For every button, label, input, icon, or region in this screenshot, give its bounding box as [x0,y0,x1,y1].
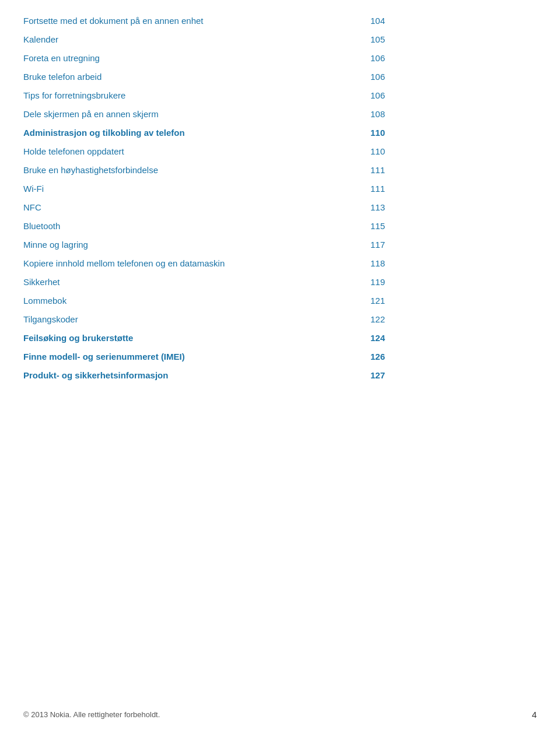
toc-entry-text: Dele skjermen på en annen skjerm [23,107,362,121]
toc-entry-page: 115 [362,219,385,233]
footer-page-number: 4 [532,710,537,720]
toc-entry-text: Sikkerhet [23,275,362,289]
toc-entry[interactable]: Bruke telefon arbeid106 [23,68,385,86]
toc-entry-page: 105 [362,33,385,47]
toc-entry-page: 113 [362,201,385,215]
toc-entry[interactable]: Produkt- og sikkerhetsinformasjon127 [23,366,385,385]
toc-list: Fortsette med et dokument på en annen en… [23,12,385,385]
toc-entry[interactable]: Bluetooth115 [23,217,385,236]
toc-entry-page: 110 [362,145,385,159]
toc-entry[interactable]: Feilsøking og brukerstøtte124 [23,329,385,348]
toc-entry[interactable]: Wi-Fi111 [23,180,385,198]
footer-copyright: © 2013 Nokia. Alle rettigheter forbehold… [23,710,160,719]
toc-entry[interactable]: Tilgangskoder122 [23,310,385,329]
toc-entry-page: 117 [362,238,385,252]
toc-entry-page: 124 [362,331,385,345]
toc-entry[interactable]: Kalender105 [23,30,385,49]
toc-entry-text: Produkt- og sikkerhetsinformasjon [23,368,362,382]
toc-entry-text: Finne modell- og serienummeret (IMEI) [23,350,362,364]
toc-entry-page: 106 [362,89,385,103]
toc-entry-page: 122 [362,313,385,327]
toc-entry[interactable]: Lommebok121 [23,292,385,310]
toc-entry-text: Feilsøking og brukerstøtte [23,331,362,345]
toc-entry[interactable]: Administrasjon og tilkobling av telefon1… [23,124,385,142]
toc-entry[interactable]: Sikkerhet119 [23,273,385,292]
toc-entry-text: Tilgangskoder [23,313,362,327]
toc-entry-text: Wi-Fi [23,182,362,196]
toc-entry-text: Foreta en utregning [23,51,362,65]
toc-entry-page: 108 [362,107,385,121]
toc-entry[interactable]: Finne modell- og serienummeret (IMEI)126 [23,348,385,366]
toc-entry-text: Tips for forretningsbrukere [23,89,362,103]
footer: © 2013 Nokia. Alle rettigheter forbehold… [23,710,537,720]
toc-entry-text: Lommebok [23,294,362,308]
toc-entry-page: 111 [362,163,385,177]
toc-entry-page: 106 [362,51,385,65]
toc-entry-text: NFC [23,201,362,215]
toc-entry-page: 111 [362,182,385,196]
toc-entry-text: Holde telefonen oppdatert [23,145,362,159]
toc-entry[interactable]: Kopiere innhold mellom telefonen og en d… [23,254,385,273]
toc-entry-page: 126 [362,350,385,364]
toc-entry[interactable]: Fortsette med et dokument på en annen en… [23,12,385,30]
toc-entry-page: 119 [362,275,385,289]
toc-entry-text: Kalender [23,33,362,47]
toc-entry-page: 106 [362,70,385,84]
toc-entry[interactable]: NFC113 [23,198,385,217]
toc-entry-page: 104 [362,14,385,28]
toc-entry-text: Kopiere innhold mellom telefonen og en d… [23,257,362,271]
toc-entry-page: 118 [362,257,385,271]
toc-entry-text: Fortsette med et dokument på en annen en… [23,14,362,28]
toc-entry[interactable]: Minne og lagring117 [23,236,385,254]
page-content: Fortsette med et dokument på en annen en… [0,0,408,420]
toc-entry-page: 127 [362,368,385,382]
toc-entry-text: Administrasjon og tilkobling av telefon [23,126,362,140]
toc-entry-page: 121 [362,294,385,308]
toc-entry-text: Minne og lagring [23,238,362,252]
toc-entry-page: 110 [362,126,385,140]
toc-entry[interactable]: Tips for forretningsbrukere106 [23,86,385,105]
toc-entry[interactable]: Holde telefonen oppdatert110 [23,142,385,161]
toc-entry[interactable]: Foreta en utregning106 [23,49,385,68]
toc-entry[interactable]: Bruke en høyhastighetsforbindelse111 [23,161,385,180]
toc-entry[interactable]: Dele skjermen på en annen skjerm108 [23,105,385,124]
toc-entry-text: Bruke telefon arbeid [23,70,362,84]
toc-entry-text: Bluetooth [23,219,362,233]
toc-entry-text: Bruke en høyhastighetsforbindelse [23,163,362,177]
